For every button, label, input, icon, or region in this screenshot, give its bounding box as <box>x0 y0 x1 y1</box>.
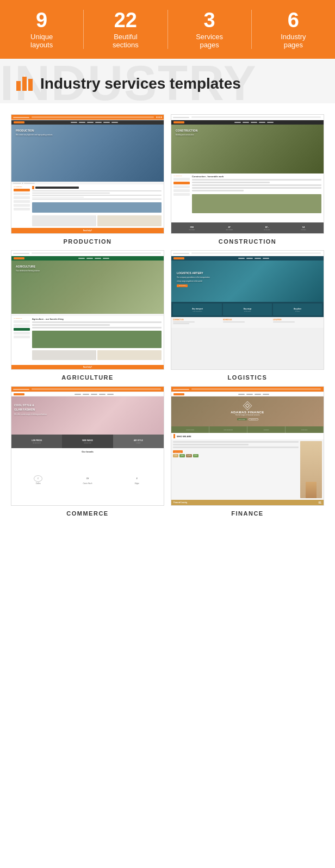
screenshot-frame-logistics: LOGISTICS ARTERY Our company specializes… <box>171 250 324 370</box>
mock-finance-screen: ADAMAS FINANCE The full range of financi… <box>171 387 324 505</box>
screenshot-item-logistics[interactable]: LOGISTICS ARTERY Our company specializes… <box>171 250 324 381</box>
stat-number-industry: 6 <box>252 10 335 30</box>
mock-stats-construction: 356 built houses 47 ready facilities 87%… <box>171 222 324 233</box>
screenshot-frame-production: PRODUCTIONWe create very high-tech and h… <box>11 114 164 234</box>
mock-sidebar-construction: ALL PRODUCTS <box>173 175 190 221</box>
mock-sidebar-production: ALL PRODUCTS <box>14 186 30 226</box>
brand-edgar: Edgar <box>135 482 139 485</box>
finance-label: FINANCE <box>231 510 263 517</box>
mock-main-construction: Construction - honorable work <box>192 175 321 221</box>
mock-finance-tabs: Financial leasing Asset management Inves… <box>171 426 324 433</box>
stat-built-houses: 356 built houses <box>189 226 195 230</box>
stat-lbl-houses: built houses <box>189 229 195 230</box>
screenshot-item-construction[interactable]: CONSTRUCTIONBuilding and construction AL… <box>171 114 324 245</box>
mock-content-construction: ALL PRODUCTS Construction - honorable wo… <box>171 173 324 222</box>
screenshot-frame-finance: ADAMAS FINANCE The full range of financi… <box>171 386 324 506</box>
mock-topbar-logistics <box>171 251 324 256</box>
construction-hero-text: CONSTRUCTIONBuilding and construction <box>176 129 197 137</box>
stat-number-layouts: 9 <box>0 10 83 30</box>
screenshot-row-3: COOL STYLE &GLAM FASHION We offer a wide… <box>11 386 324 517</box>
stat-sq-km: 87% sq. km roads <box>264 226 270 230</box>
mock-production-screen: PRODUCTIONWe create very high-tech and h… <box>11 115 164 233</box>
mock-hero-production: PRODUCTIONWe create very high-tech and h… <box>11 125 164 182</box>
stat-ready-facilities: 47 ready facilities <box>226 226 233 230</box>
logistics-label: LOGISTICS <box>228 374 268 381</box>
brand-carter-hinch: Carter Hinch <box>83 482 92 485</box>
stat-label-industry: Industrypages <box>252 33 335 49</box>
stat-label-layouts: Uniquelayouts <box>0 33 83 49</box>
screenshot-row-1: PRODUCTIONWe create very high-tech and h… <box>11 114 324 245</box>
mock-finance-hero: ADAMAS FINANCE The full range of financi… <box>171 396 324 426</box>
mock-main-production <box>32 186 162 226</box>
mock-nav-production <box>11 120 164 125</box>
mock-construction-screen: CONSTRUCTIONBuilding and construction AL… <box>171 115 324 233</box>
mock-hero-construction: CONSTRUCTIONBuilding and construction <box>171 125 324 173</box>
screenshot-item-finance[interactable]: ADAMAS FINANCE The full range of financi… <box>171 386 324 517</box>
stats-bar: 9 Uniquelayouts 22 Beutifulsections 3 Se… <box>0 0 335 59</box>
commerce-label: COMMERCE <box>66 510 108 517</box>
stat-services-pages: 3 Servicespages <box>168 10 252 49</box>
mock-hero-logistics: LOGISTICS ARTERY Our company specializes… <box>171 261 324 302</box>
industry-title: Industry services templates <box>40 75 241 92</box>
screenshot-frame-agriculture: AGRICULTUREYour wholesome farming soluti… <box>11 250 164 370</box>
screenshot-grid: PRODUCTIONWe create very high-tech and h… <box>0 103 335 528</box>
screenshot-frame-commerce: COOL STYLE &GLAM FASHION We offer a wide… <box>11 386 164 506</box>
stat-industry-pages: 6 Industrypages <box>252 10 335 49</box>
mock-logistics-screen: LOGISTICS ARTERY Our company specializes… <box>171 251 324 369</box>
stat-unique-layouts: 9 Uniquelayouts <box>0 10 84 49</box>
mock-topbar-agriculture <box>11 251 164 256</box>
brand-collins: Collins <box>36 482 41 485</box>
agriculture-label: AGRICULTURE <box>61 374 114 381</box>
mock-topbar-production <box>11 115 164 120</box>
construction-label: CONSTRUCTION <box>219 238 277 245</box>
stat-number-sections: 22 <box>84 10 167 30</box>
mock-fashion-hero: COOL STYLE &GLAM FASHION We offer a wide… <box>11 396 164 435</box>
screenshot-item-production[interactable]: PRODUCTIONWe create very high-tech and h… <box>11 114 164 245</box>
mock-commerce-screen: COOL STYLE &GLAM FASHION We offer a wide… <box>11 387 164 505</box>
screenshot-item-commerce[interactable]: COOL STYLE &GLAM FASHION We offer a wide… <box>11 386 164 517</box>
mock-topbar-construction <box>171 115 324 120</box>
stat-label-services: Servicespages <box>168 33 251 49</box>
mock-hero-agriculture: AGRICULTUREYour wholesome farming soluti… <box>11 261 164 314</box>
mock-content-agriculture: ALL PRODUCTS Agriculture - our favorite … <box>11 316 164 365</box>
production-label: PRODUCTION <box>64 238 112 245</box>
stat-num-houses: 356 <box>190 226 194 228</box>
stat-number-services: 3 <box>168 10 251 30</box>
industry-header: INDUSTRY Industry services templates <box>0 59 335 103</box>
production-hero-text: PRODUCTIONWe create very high-tech and h… <box>16 129 52 137</box>
mock-content-production: ALL PRODUCTS <box>11 184 164 228</box>
industry-title-row: Industry services templates <box>16 75 319 92</box>
screenshot-frame-construction: CONSTRUCTIONBuilding and construction AL… <box>171 114 324 234</box>
mock-agriculture-screen: AGRICULTUREYour wholesome farming soluti… <box>11 251 164 369</box>
stat-built-ships: 14 built ships <box>301 226 306 230</box>
screenshot-item-agriculture[interactable]: AGRICULTUREYour wholesome farming soluti… <box>11 250 164 381</box>
orange-bars-icon <box>16 77 33 91</box>
stat-beautiful-sections: 22 Beutifulsections <box>84 10 167 49</box>
screenshot-row-2: AGRICULTUREYour wholesome farming soluti… <box>11 250 324 381</box>
stat-label-sections: Beutifulsections <box>84 33 167 49</box>
finance-subtitle-text: The full range of financial services <box>235 414 259 416</box>
